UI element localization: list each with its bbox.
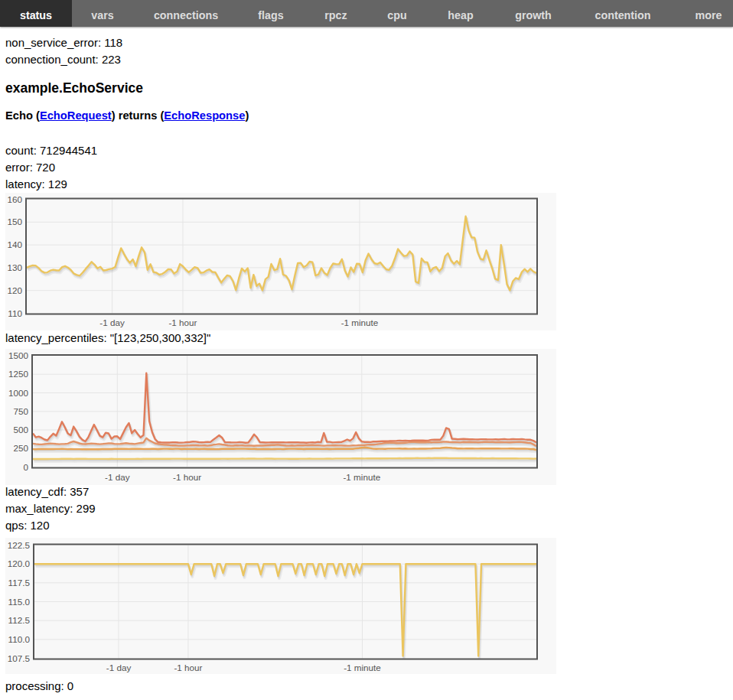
svg-text:-1 minute: -1 minute <box>341 317 379 327</box>
svg-text:-1 hour: -1 hour <box>174 663 202 672</box>
svg-text:140: 140 <box>7 239 22 249</box>
svg-text:107.5: 107.5 <box>8 653 31 663</box>
svg-text:1000: 1000 <box>8 388 29 398</box>
svg-text:122.5: 122.5 <box>8 540 31 550</box>
svg-text:1250: 1250 <box>8 369 29 379</box>
svg-text:112.5: 112.5 <box>8 615 31 625</box>
svg-text:-1 day: -1 day <box>99 317 125 327</box>
svg-text:750: 750 <box>13 406 28 416</box>
svg-text:1500: 1500 <box>8 350 29 360</box>
svg-text:150: 150 <box>7 217 22 226</box>
svg-text:117.5: 117.5 <box>8 578 31 588</box>
svg-text:120.0: 120.0 <box>8 558 31 568</box>
svg-text:115.0: 115.0 <box>8 597 31 607</box>
svg-text:120: 120 <box>7 285 22 295</box>
svg-text:-1 minute: -1 minute <box>343 472 380 482</box>
svg-text:-1 hour: -1 hour <box>173 472 201 482</box>
svg-text:110: 110 <box>8 308 22 318</box>
svg-text:-1 minute: -1 minute <box>344 663 381 672</box>
svg-text:250: 250 <box>13 443 28 453</box>
svg-text:-1 day: -1 day <box>105 472 130 482</box>
svg-text:110.0: 110.0 <box>8 634 31 644</box>
svg-text:130: 130 <box>7 262 22 272</box>
svg-text:0: 0 <box>23 462 28 472</box>
svg-text:-1 day: -1 day <box>106 663 132 672</box>
svg-text:500: 500 <box>13 425 28 435</box>
svg-text:-1 hour: -1 hour <box>168 317 197 327</box>
svg-text:160: 160 <box>7 194 22 204</box>
